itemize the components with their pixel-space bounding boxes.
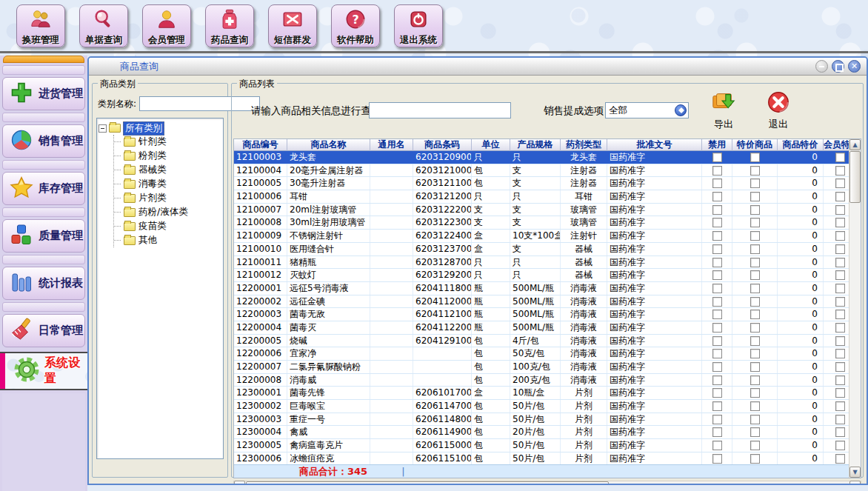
table-row[interactable]: 12300001菌毒先锋6206101700007盒10瓶/盒片剂国药准字0 bbox=[234, 387, 849, 400]
checkbox[interactable] bbox=[750, 284, 760, 293]
checkbox[interactable] bbox=[835, 166, 845, 176]
horizontal-scroll-thumb[interactable] bbox=[246, 481, 609, 485]
maximize-icon[interactable] bbox=[832, 60, 844, 73]
table-row[interactable]: 12300005禽病瘟毒克片6206115000001包50片/包片剂国药准字0 bbox=[234, 439, 849, 452]
checkbox[interactable] bbox=[835, 297, 845, 307]
checkbox[interactable] bbox=[835, 258, 845, 267]
column-header-2[interactable]: 商品名称 bbox=[287, 139, 370, 151]
checkbox[interactable] bbox=[750, 270, 760, 280]
checkbox[interactable] bbox=[712, 166, 722, 176]
export-button[interactable]: 导出 bbox=[707, 90, 740, 131]
table-row[interactable]: 12300003重症一号6206114800008包50片/包片剂国药准字0 bbox=[234, 413, 849, 427]
table-row[interactable]: 12100003龙头套6203120900005只只龙头套国药准字0 bbox=[234, 151, 849, 164]
checkbox[interactable] bbox=[835, 454, 845, 464]
checkbox[interactable] bbox=[835, 441, 845, 450]
checkbox[interactable] bbox=[750, 218, 760, 227]
scroll-up-icon[interactable]: ▲ bbox=[849, 139, 861, 150]
tree-item-6[interactable]: 药粉/液体类 bbox=[114, 205, 221, 219]
checkbox[interactable] bbox=[712, 178, 722, 188]
column-header-10[interactable]: 特价商品 bbox=[732, 139, 778, 151]
checkbox[interactable] bbox=[712, 375, 722, 385]
tree-item-4[interactable]: 消毒类 bbox=[114, 177, 221, 191]
tree-item-2[interactable]: 粉剂类 bbox=[114, 149, 221, 163]
tab-product-query[interactable]: 商品查询 bbox=[120, 60, 158, 73]
toolbar-button-2[interactable]: 单据查询 bbox=[79, 4, 128, 47]
checkbox[interactable] bbox=[712, 218, 722, 227]
sidebar-item-4[interactable]: 质量管理 bbox=[2, 219, 85, 253]
checkbox[interactable] bbox=[712, 153, 722, 162]
table-row[interactable]: 12200007二氯异氰脲酸钠粉包100克/包消毒液国药准字0 bbox=[234, 361, 849, 374]
tree-item-1[interactable]: 针剂类 bbox=[114, 135, 221, 149]
toolbar-button-6[interactable]: ?软件帮助 bbox=[331, 4, 380, 47]
table-row[interactable]: 1210000830ml注射用玻璃管6203122300001支支玻璃管国药准字… bbox=[234, 216, 849, 230]
sidebar-item-5[interactable]: 统计报表 bbox=[2, 267, 85, 300]
table-row[interactable]: 12200006宜家净包50克/包消毒液国药准字0 bbox=[234, 347, 849, 361]
checkbox[interactable] bbox=[835, 323, 845, 333]
checkbox[interactable] bbox=[712, 231, 722, 241]
checkbox[interactable] bbox=[750, 388, 760, 398]
checkbox[interactable] bbox=[750, 178, 760, 188]
table-row[interactable]: 12200008消毒威包200克/包消毒液国药准字0 bbox=[234, 374, 849, 387]
category-tree[interactable]: 所有类别 针剂类粉剂类器械类消毒类片剂类药粉/液体类疫苗类其他 bbox=[96, 118, 224, 459]
column-header-8[interactable]: 批准文号 bbox=[607, 139, 702, 151]
checkbox[interactable] bbox=[750, 441, 760, 450]
column-header-6[interactable]: 产品规格 bbox=[510, 139, 561, 151]
toolbar-button-5[interactable]: 短信群发 bbox=[268, 4, 317, 47]
column-header-12[interactable]: 会员特价 bbox=[824, 139, 849, 151]
checkbox[interactable] bbox=[750, 166, 760, 176]
sidebar-item-system-settings[interactable]: 系统设置 bbox=[0, 352, 87, 390]
checkbox[interactable] bbox=[835, 349, 845, 358]
checkbox[interactable] bbox=[835, 336, 845, 346]
checkbox[interactable] bbox=[750, 336, 760, 346]
checkbox[interactable] bbox=[712, 427, 722, 437]
checkbox[interactable] bbox=[750, 205, 760, 215]
table-row[interactable]: 12200005烧碱6204129100007包4斤/包消毒液国药准字0 bbox=[234, 335, 849, 348]
toolbar-button-4[interactable]: 药品查询 bbox=[205, 4, 254, 47]
checkbox[interactable] bbox=[712, 454, 722, 464]
table-row[interactable]: 12100009不锈钢注射针6203122400008盒10支*100盒注射针国… bbox=[234, 230, 849, 243]
column-header-4[interactable]: 商品条码 bbox=[413, 139, 472, 151]
checkbox[interactable] bbox=[750, 153, 760, 162]
tree-item-7[interactable]: 疫苗类 bbox=[114, 219, 221, 233]
checkbox[interactable] bbox=[750, 454, 760, 464]
scroll-left-icon[interactable]: ◄ bbox=[234, 481, 245, 485]
table-row[interactable]: 12200001远征5号消毒液6204111800007瓶500ML/瓶消毒液国… bbox=[234, 282, 849, 295]
column-header-7[interactable]: 药剂类型 bbox=[561, 139, 607, 151]
checkbox[interactable] bbox=[712, 205, 722, 215]
checkbox[interactable] bbox=[712, 336, 722, 346]
checkbox[interactable] bbox=[750, 231, 760, 241]
checkbox[interactable] bbox=[712, 401, 722, 411]
vertical-scrollbar[interactable]: ▲ ▼ bbox=[849, 139, 861, 478]
checkbox[interactable] bbox=[835, 218, 845, 227]
checkbox[interactable] bbox=[835, 153, 845, 162]
checkbox[interactable] bbox=[712, 270, 722, 280]
minimize-icon[interactable] bbox=[815, 60, 828, 73]
column-header-11[interactable]: 商品特价 bbox=[778, 139, 824, 151]
checkbox[interactable] bbox=[712, 362, 722, 372]
checkbox[interactable] bbox=[712, 388, 722, 398]
tree-item-3[interactable]: 器械类 bbox=[114, 163, 221, 177]
table-row[interactable]: 1210000720ml注射玻璃管6203122200004支支玻璃管国药准字0 bbox=[234, 204, 849, 217]
checkbox[interactable] bbox=[712, 310, 722, 319]
checkbox[interactable] bbox=[835, 401, 845, 411]
table-row[interactable]: 12100011猪精瓶6203128700003只只器械国药准字0 bbox=[234, 256, 849, 270]
checkbox[interactable] bbox=[835, 205, 845, 215]
table-row[interactable]: 12200003菌毒无敌6204112100007瓶500ML/瓶消毒液国药准字… bbox=[234, 308, 849, 321]
table-row[interactable]: 12100012灭蚊灯6203129200007只只器械国药准字0 bbox=[234, 269, 849, 282]
checkbox[interactable] bbox=[835, 231, 845, 241]
checkbox[interactable] bbox=[750, 192, 760, 201]
checkbox[interactable] bbox=[835, 375, 845, 385]
horizontal-scrollbar[interactable]: ◄ ► bbox=[233, 481, 861, 485]
checkbox[interactable] bbox=[712, 297, 722, 307]
checkbox[interactable] bbox=[712, 323, 722, 333]
column-header-5[interactable]: 单位 bbox=[472, 139, 510, 151]
checkbox[interactable] bbox=[712, 441, 722, 450]
checkbox[interactable] bbox=[750, 297, 760, 307]
tree-collapse-icon[interactable] bbox=[99, 124, 107, 133]
table-row[interactable]: 12100006耳钳6203121200005只只耳钳国药准字0 bbox=[234, 190, 849, 204]
checkbox[interactable] bbox=[750, 244, 760, 254]
exit-button[interactable]: 退出 bbox=[762, 90, 795, 131]
tree-item-5[interactable]: 片剂类 bbox=[114, 191, 221, 205]
checkbox[interactable] bbox=[835, 244, 845, 254]
table-row[interactable]: 12200004菌毒灭6204112200004瓶500ML/瓶消毒液国药准字0 bbox=[234, 321, 849, 335]
